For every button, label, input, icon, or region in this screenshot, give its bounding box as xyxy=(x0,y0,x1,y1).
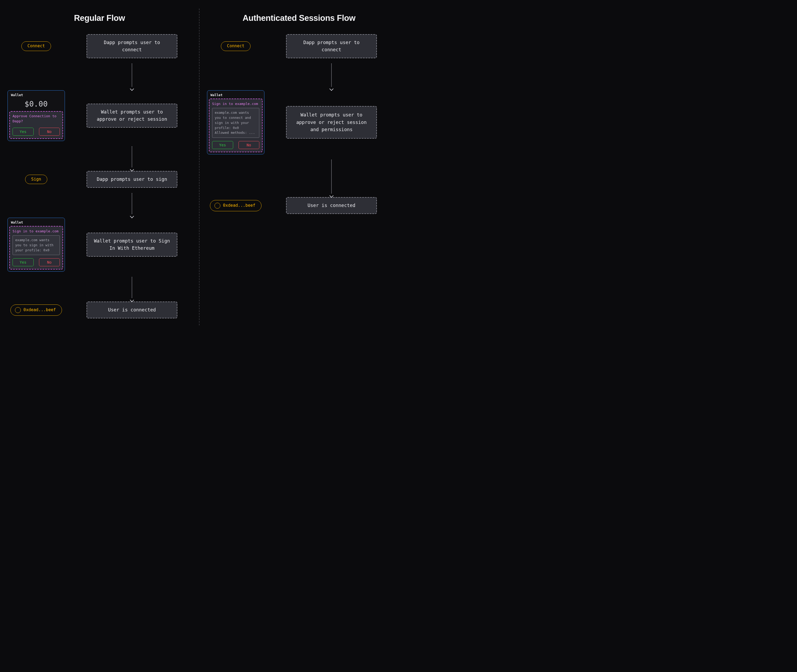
column-title: Authenticated Sessions Flow xyxy=(207,13,391,23)
arrow-down-icon xyxy=(72,193,192,218)
connect-button[interactable]: Connect xyxy=(21,42,51,51)
flow-node: Dapp prompts user to connect xyxy=(86,34,178,58)
yes-button[interactable]: Yes xyxy=(212,141,233,149)
regular-flow-column: Regular Flow Connect Dapp prompts user t… xyxy=(0,13,199,325)
wallet-prompt-text: Approve Connection to Dapp? xyxy=(13,114,60,124)
wallet-signin-panel: Sign in to example.com example.com wants… xyxy=(10,226,63,269)
arrow-down-icon xyxy=(72,64,192,90)
no-button[interactable]: No xyxy=(39,128,60,136)
connect-button[interactable]: Connect xyxy=(221,42,251,51)
arrow-down-icon xyxy=(72,146,192,171)
wallet-prompt-panel: Approve Connection to Dapp? Yes No xyxy=(10,111,63,139)
authenticated-sessions-column: Authenticated Sessions Flow Connect Dapp… xyxy=(200,13,398,325)
wallet-card: Wallet Sign in to example.com example.co… xyxy=(207,90,264,154)
wallet-signin-message: example.com wants you to sign in with yo… xyxy=(13,235,60,255)
wallet-signin-message: example.com wants you to connect and sig… xyxy=(212,108,259,138)
wallet-signin-title: Sign in to example.com xyxy=(212,102,259,106)
profile-avatar-icon xyxy=(15,307,21,313)
address-chip[interactable]: 0xdead...beef xyxy=(10,304,62,316)
wallet-card: Wallet $0.00 Approve Connection to Dapp?… xyxy=(8,90,65,141)
arrow-down-icon xyxy=(72,277,192,302)
flow-node: Dapp prompts user to connect xyxy=(286,34,377,58)
column-title: Regular Flow xyxy=(8,13,192,23)
wallet-title: Wallet xyxy=(207,91,264,99)
arrow-down-icon xyxy=(272,64,391,90)
no-button[interactable]: No xyxy=(39,258,60,266)
diagram-root: Regular Flow Connect Dapp prompts user t… xyxy=(0,0,398,336)
flow-node: User is connected xyxy=(286,197,377,214)
wallet-balance: $0.00 xyxy=(8,99,65,111)
address-label: 0xdead...beef xyxy=(223,203,255,208)
wallet-card: Wallet Sign in to example.com example.co… xyxy=(8,218,65,272)
address-label: 0xdead...beef xyxy=(24,308,56,312)
wallet-title: Wallet xyxy=(8,218,65,226)
flow-node: User is connected xyxy=(86,302,178,318)
no-button[interactable]: No xyxy=(238,141,259,149)
flow-node: Wallet prompts user to Sign In With Ethe… xyxy=(86,233,178,257)
flow-node: Dapp prompts user to sign xyxy=(86,171,178,188)
flow-node: Wallet prompts user to approve or reject… xyxy=(86,104,178,128)
sign-button[interactable]: Sign xyxy=(25,175,47,184)
arrow-down-icon xyxy=(272,160,391,197)
wallet-signin-title: Sign in to example.com xyxy=(13,229,60,233)
yes-button[interactable]: Yes xyxy=(13,128,34,136)
wallet-title: Wallet xyxy=(8,91,65,99)
profile-avatar-icon xyxy=(214,203,220,209)
address-chip[interactable]: 0xdead...beef xyxy=(210,200,261,211)
flow-node: Wallet prompts user to approve or reject… xyxy=(286,106,377,138)
wallet-signin-panel: Sign in to example.com example.com wants… xyxy=(209,99,262,152)
yes-button[interactable]: Yes xyxy=(13,258,34,266)
